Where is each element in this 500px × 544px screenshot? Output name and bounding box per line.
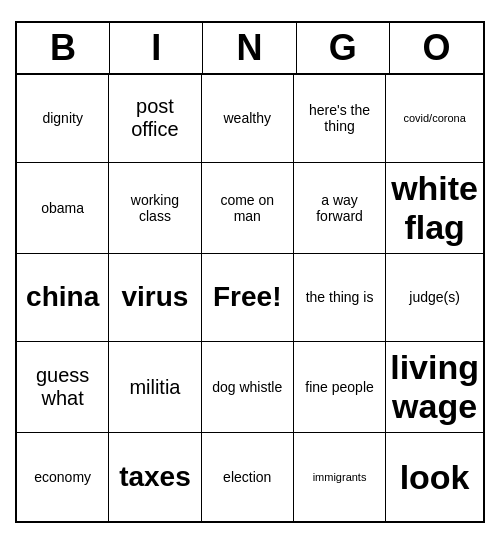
bingo-cell: Free! — [202, 254, 294, 342]
bingo-cell: look — [386, 433, 483, 521]
bingo-cell-text: come on man — [206, 192, 289, 224]
bingo-card: BINGO dignitypost officewealthyhere's th… — [15, 21, 485, 523]
bingo-header: BINGO — [17, 23, 483, 75]
bingo-cell-text: immigrants — [313, 471, 367, 484]
bingo-header-letter: B — [17, 23, 110, 73]
bingo-cell-text: taxes — [119, 461, 191, 493]
bingo-cell: a way forward — [294, 163, 386, 254]
bingo-cell: guess what — [17, 342, 109, 433]
bingo-cell: dog whistle — [202, 342, 294, 433]
bingo-cell: obama — [17, 163, 109, 254]
bingo-cell-text: election — [223, 469, 271, 485]
bingo-cell: judge(s) — [386, 254, 483, 342]
bingo-cell-text: economy — [34, 469, 91, 485]
bingo-cell: fine people — [294, 342, 386, 433]
bingo-cell-text: post office — [113, 95, 196, 141]
bingo-header-letter: G — [297, 23, 390, 73]
bingo-cell: living wage — [386, 342, 483, 433]
bingo-cell-text: working class — [113, 192, 196, 224]
bingo-cell: china — [17, 254, 109, 342]
bingo-cell: election — [202, 433, 294, 521]
bingo-cell-text: militia — [129, 376, 180, 399]
bingo-cell: working class — [109, 163, 201, 254]
bingo-cell-text: wealthy — [224, 110, 271, 126]
bingo-cell-text: Free! — [213, 281, 281, 313]
bingo-cell-text: obama — [41, 200, 84, 216]
bingo-cell: militia — [109, 342, 201, 433]
bingo-grid: dignitypost officewealthyhere's the thin… — [17, 75, 483, 521]
bingo-cell-text: dignity — [42, 110, 82, 126]
bingo-header-letter: O — [390, 23, 483, 73]
bingo-cell-text: dog whistle — [212, 379, 282, 395]
bingo-cell-text: look — [400, 458, 470, 497]
bingo-header-letter: N — [203, 23, 296, 73]
bingo-cell-text: fine people — [305, 379, 374, 395]
bingo-cell: taxes — [109, 433, 201, 521]
bingo-cell-text: covid/corona — [403, 112, 465, 125]
bingo-cell: economy — [17, 433, 109, 521]
bingo-cell-text: a way forward — [298, 192, 381, 224]
bingo-cell-text: here's the thing — [298, 102, 381, 134]
bingo-cell-text: china — [26, 281, 99, 313]
bingo-cell: white flag — [386, 163, 483, 254]
bingo-cell-text: guess what — [21, 364, 104, 410]
bingo-cell: here's the thing — [294, 75, 386, 163]
bingo-cell-text: the thing is — [306, 289, 374, 305]
bingo-cell: immigrants — [294, 433, 386, 521]
bingo-cell-text: virus — [121, 281, 188, 313]
bingo-cell: virus — [109, 254, 201, 342]
bingo-cell-text: white flag — [390, 169, 479, 247]
bingo-cell: dignity — [17, 75, 109, 163]
bingo-cell-text: living wage — [390, 348, 479, 426]
bingo-cell: come on man — [202, 163, 294, 254]
bingo-cell: post office — [109, 75, 201, 163]
bingo-cell: wealthy — [202, 75, 294, 163]
bingo-cell: the thing is — [294, 254, 386, 342]
bingo-cell: covid/corona — [386, 75, 483, 163]
bingo-cell-text: judge(s) — [409, 289, 460, 305]
bingo-header-letter: I — [110, 23, 203, 73]
